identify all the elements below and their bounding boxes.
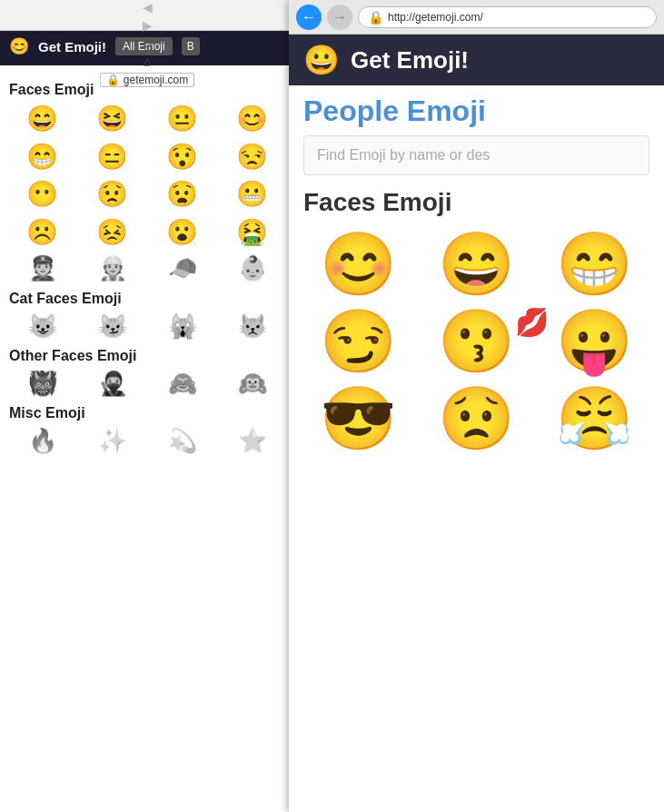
right-emoji-grin[interactable]: 😄 [421, 230, 530, 298]
emoji-smile[interactable]: 😊 [219, 104, 285, 134]
emoji-fire[interactable]: 🔥 [9, 427, 75, 455]
left-address-bar[interactable]: 🔒 getemoji.com [100, 73, 194, 87]
emoji-sparkles[interactable]: ✨ [79, 427, 145, 455]
faces-section-heading: Faces Emoji [303, 188, 649, 217]
address-favicon: 🔒 [106, 74, 120, 86]
emoji-unamused[interactable]: 😒 [219, 142, 285, 173]
emoji-cat-scream[interactable]: 🙀 [149, 312, 215, 341]
reload-button[interactable]: ↻ [137, 36, 157, 51]
forward-button[interactable]: ▶ [137, 18, 157, 33]
right-emoji-sad[interactable]: 😟 [421, 384, 530, 452]
emoji-star[interactable]: ⭐ [219, 427, 285, 455]
search-bar[interactable]: Find Emoji by name or des [303, 135, 649, 175]
right-forward-button[interactable]: → [327, 5, 352, 30]
emoji-cat-smirk[interactable]: 😼 [79, 312, 145, 341]
emoji-hushed[interactable]: 😯 [149, 142, 215, 173]
emoji-frowning[interactable]: ☹️ [9, 217, 75, 248]
emoji-grin[interactable]: 😁 [9, 142, 75, 173]
emoji-laughing[interactable]: 😆 [79, 104, 145, 134]
left-browser: 😊 Get Emoji! - 🙂 Copy a… ✕ 🌐 "I actually… [0, 0, 295, 812]
right-emoji-pout[interactable]: 😤 [540, 384, 649, 452]
right-page-content: 😀 Get Emoji! People Emoji Find Emoji by … [289, 35, 664, 812]
left-toolbar: ◀ ▶ ↻ ⌂ 🔒 getemoji.com [0, 0, 295, 31]
right-emoji-smile[interactable]: 😊 [303, 230, 412, 298]
emoji-ogre[interactable]: 👹 [9, 370, 75, 398]
right-toolbar: ← → 🔒 http://getemoji.com/ [289, 0, 664, 35]
other-section-title: Other Faces Emoji [9, 348, 285, 364]
right-emoji-tongue[interactable]: 😛 [540, 307, 649, 375]
faces-grid-row3: 😶 😟 😧 😬 [9, 179, 285, 210]
emoji-see-no-evil[interactable]: 🙈 [149, 370, 215, 398]
right-emoji-grid: 😊 😄 😁 😏 😗💋 😛 😎 😟 😤 [303, 230, 649, 451]
right-body: People Emoji Find Emoji by name or des F… [289, 85, 664, 460]
emoji-construction[interactable]: 👷 [79, 254, 145, 282]
home-button[interactable]: ⌂ [137, 54, 157, 69]
left-nav-b[interactable]: B [182, 37, 200, 55]
emoji-beret[interactable]: 🧢 [149, 254, 215, 282]
misc-grid: 🔥 ✨ 💫 ⭐ [9, 427, 285, 455]
emoji-persevering[interactable]: 😣 [79, 217, 145, 248]
emoji-dizzy[interactable]: 💫 [149, 427, 215, 455]
search-placeholder: Find Emoji by name or des [317, 147, 490, 163]
emoji-neutral[interactable]: 😐 [149, 104, 215, 134]
left-scroll-area[interactable]: Faces Emoji 😄 😆 😐 😊 😁 😑 😯 😒 😶 😟 😧 😬 [0, 65, 294, 812]
emoji-hear-no-evil[interactable]: 🙉 [219, 370, 285, 398]
right-emoji-wink[interactable]: 😏 [303, 307, 412, 375]
left-page-content: 😊 Get Emoji! All Emoji B Faces Emoji 😄 😆… [0, 27, 294, 812]
right-emoji-sunglasses[interactable]: 😎 [303, 384, 412, 452]
right-site-title: Get Emoji! [351, 46, 469, 74]
left-logo-icon: 😊 [9, 36, 29, 56]
right-section-text: People Emoji [303, 94, 486, 127]
emoji-ninja[interactable]: 🥷 [79, 370, 145, 398]
emoji-cat-grin[interactable]: 😺 [9, 312, 75, 341]
address-text: getemoji.com [124, 74, 188, 86]
faces-grid-row5: 👮 👷 🧢 👶 [9, 254, 285, 282]
right-back-button[interactable]: ← [296, 5, 322, 30]
right-emoji-kiss[interactable]: 😗💋 [421, 307, 530, 375]
right-address-text: http://getemoji.com/ [388, 11, 483, 24]
other-grid: 👹 🥷 🙈 🙉 [9, 370, 285, 398]
emoji-police[interactable]: 👮 [9, 254, 75, 282]
right-address-bar[interactable]: 🔒 http://getemoji.com/ [358, 6, 657, 28]
right-address-favicon: 🔒 [368, 10, 383, 25]
emoji-open-mouth[interactable]: 😮 [149, 217, 215, 248]
emoji-baby[interactable]: 👶 [219, 254, 285, 282]
emoji-cat-pouting[interactable]: 😾 [219, 312, 285, 341]
emoji-expressionless[interactable]: 😑 [79, 142, 145, 173]
right-logo-icon: 😀 [303, 43, 340, 77]
back-button[interactable]: ◀ [137, 0, 157, 15]
cat-grid: 😺 😼 🙀 😾 [9, 312, 285, 341]
emoji-grinning[interactable]: 😄 [9, 104, 75, 134]
right-section-title: People Emoji [303, 94, 649, 128]
emoji-no-mouth[interactable]: 😶 [9, 179, 75, 210]
emoji-anguished[interactable]: 😧 [149, 179, 215, 210]
faces-grid-row4: ☹️ 😣 😮 🤮 [9, 217, 285, 248]
faces-grid-row2: 😁 😑 😯 😒 [9, 142, 285, 173]
cat-section-title: Cat Faces Emoji [9, 291, 285, 307]
left-site-title: Get Emoji! [38, 39, 106, 54]
misc-section-title: Misc Emoji [9, 405, 285, 421]
right-browser: ← → 🔒 http://getemoji.com/ 😀 Get Emoji! … [289, 0, 664, 812]
emoji-worried[interactable]: 😟 [79, 179, 145, 210]
right-site-header: 😀 Get Emoji! [289, 35, 664, 85]
faces-grid-row1: 😄 😆 😐 😊 [9, 104, 285, 134]
emoji-grimace[interactable]: 😬 [219, 179, 285, 210]
emoji-nauseated[interactable]: 🤮 [219, 217, 285, 248]
right-emoji-toothy[interactable]: 😁 [540, 230, 649, 298]
